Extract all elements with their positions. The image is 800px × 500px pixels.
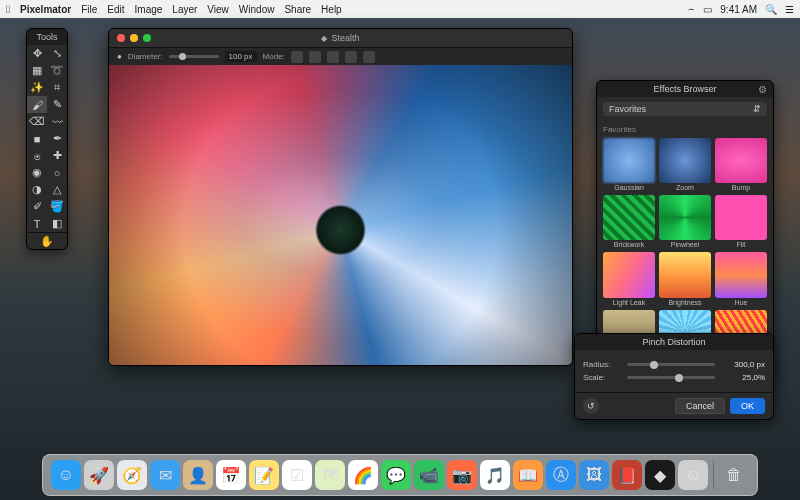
effect-zoom[interactable]: Zoom [659, 138, 711, 191]
effect-bump[interactable]: Bump [715, 138, 767, 191]
notification-center-icon[interactable]: ☰ [785, 4, 794, 15]
menu-file[interactable]: File [81, 4, 97, 15]
effect-fill[interactable]: Fill [715, 195, 767, 248]
document-title: Stealth [331, 33, 359, 43]
menu-help[interactable]: Help [321, 4, 342, 15]
tool-magic-wand[interactable]: ✨ [27, 79, 47, 96]
radius-value[interactable]: 300,0 px [721, 360, 765, 369]
tool-smudge[interactable]: 〰 [47, 113, 67, 130]
spotlight-icon[interactable]: 🔍 [765, 4, 777, 15]
menu-image[interactable]: Image [135, 4, 163, 15]
dock-reminders[interactable]: ☑ [282, 460, 312, 490]
effect-thumbnail [715, 138, 767, 183]
effect-pinwheel[interactable]: Pinwheel [659, 195, 711, 248]
dock-notes[interactable]: 📝 [249, 460, 279, 490]
wifi-icon[interactable]: ⌢ [688, 3, 695, 15]
apple-menu-icon[interactable] [6, 3, 10, 15]
reset-button[interactable]: ↺ [583, 398, 599, 414]
app-name[interactable]: Pixelmator [20, 4, 71, 15]
clock[interactable]: 9:41 AM [720, 4, 757, 15]
window-close-button[interactable] [117, 34, 125, 42]
tool-hand[interactable]: ✋ [27, 232, 67, 249]
tool-text[interactable]: T [27, 215, 47, 232]
effect-brightness[interactable]: Brightness [659, 252, 711, 305]
dock-dictionary[interactable]: 📕 [612, 460, 642, 490]
dock-safari[interactable]: 🧭 [117, 460, 147, 490]
tool-clone[interactable]: ⍟ [27, 147, 47, 164]
tool-lasso[interactable]: ➰ [47, 62, 67, 79]
tool-pen[interactable]: ✒ [47, 130, 67, 147]
dock-contacts[interactable]: 👤 [183, 460, 213, 490]
dock-launchpad[interactable]: 🚀 [84, 460, 114, 490]
tool-gradient[interactable]: ◧ [47, 215, 67, 232]
pinch-title: Pinch Distortion [575, 334, 773, 350]
menu-layer[interactable]: Layer [172, 4, 197, 15]
dock-appstore[interactable]: Ⓐ [546, 460, 576, 490]
scale-slider[interactable] [627, 376, 715, 379]
dock-ibooks[interactable]: 📖 [513, 460, 543, 490]
effects-category-dropdown[interactable]: Favorites ⇵ [603, 102, 767, 116]
dock-calendar[interactable]: 📅 [216, 460, 246, 490]
tool-marquee[interactable]: ▦ [27, 62, 47, 79]
dock: ☺🚀🧭✉👤📅📝☑🗺🌈💬📹📷🎵📖Ⓐ🖼📕◆⚙🗑 [42, 454, 758, 496]
ok-button[interactable]: OK [730, 398, 765, 414]
tool-eraser[interactable]: ⌫ [27, 113, 47, 130]
menu-share[interactable]: Share [284, 4, 311, 15]
tool-move[interactable]: ✥ [27, 45, 47, 62]
diameter-slider[interactable] [169, 55, 219, 58]
document-canvas[interactable] [109, 65, 572, 365]
effect-thumbnail [603, 195, 655, 240]
scale-value[interactable]: 25,0% [721, 373, 765, 382]
dock-maps[interactable]: 🗺 [315, 460, 345, 490]
dock-pixelmator[interactable]: ◆ [645, 460, 675, 490]
dock-messages[interactable]: 💬 [381, 460, 411, 490]
dock-trash[interactable]: 🗑 [719, 460, 749, 490]
dock-photobooth[interactable]: 📷 [447, 460, 477, 490]
window-minimize-button[interactable] [130, 34, 138, 42]
tool-crop[interactable]: ⌗ [47, 79, 67, 96]
tool-brush[interactable]: 🖌 [27, 96, 47, 113]
tool-shape[interactable]: ■ [27, 130, 47, 147]
document-titlebar: ◆ Stealth [109, 29, 572, 47]
tool-blur[interactable]: ○ [47, 164, 67, 181]
blend-mode-4[interactable] [345, 51, 357, 63]
effect-thumbnail [659, 195, 711, 240]
tool-heal[interactable]: ✚ [47, 147, 67, 164]
radius-slider[interactable] [627, 363, 715, 366]
effect-label: Bump [715, 184, 767, 191]
brush-preview-icon[interactable]: ● [117, 52, 122, 61]
effect-light-leak[interactable]: Light Leak [603, 252, 655, 305]
dock-photos[interactable]: 🌈 [348, 460, 378, 490]
blend-mode-3[interactable] [327, 51, 339, 63]
dock-facetime[interactable]: 📹 [414, 460, 444, 490]
battery-icon[interactable]: ▭ [703, 4, 712, 15]
blend-mode-5[interactable] [363, 51, 375, 63]
tool-sharpen[interactable]: △ [47, 181, 67, 198]
tool-sponge[interactable]: ◑ [27, 181, 47, 198]
document-proxy-icon[interactable]: ◆ [321, 34, 327, 43]
tool-pencil[interactable]: ✎ [47, 96, 67, 113]
tool-eyedropper[interactable]: ✐ [27, 198, 47, 215]
cancel-button[interactable]: Cancel [675, 398, 725, 414]
dock-mail[interactable]: ✉ [150, 460, 180, 490]
menu-view[interactable]: View [207, 4, 229, 15]
effect-thumbnail [715, 252, 767, 297]
effect-gaussian[interactable]: Gaussian [603, 138, 655, 191]
effects-settings-icon[interactable]: ⚙ [758, 84, 767, 95]
tool-red-eye[interactable]: ◉ [27, 164, 47, 181]
diameter-label: Diameter: [128, 52, 163, 61]
dock-itunes[interactable]: 🎵 [480, 460, 510, 490]
window-zoom-button[interactable] [143, 34, 151, 42]
blend-mode-1[interactable] [291, 51, 303, 63]
dock-preview[interactable]: 🖼 [579, 460, 609, 490]
dock-finder[interactable]: ☺ [51, 460, 81, 490]
effect-hue[interactable]: Hue [715, 252, 767, 305]
effect-brickwork[interactable]: Brickwork [603, 195, 655, 248]
diameter-value[interactable]: 100 px [225, 51, 257, 62]
dock-settings[interactable]: ⚙ [678, 460, 708, 490]
menu-edit[interactable]: Edit [107, 4, 124, 15]
tool-transform[interactable]: ⤡ [47, 45, 67, 62]
blend-mode-2[interactable] [309, 51, 321, 63]
tool-bucket[interactable]: 🪣 [47, 198, 67, 215]
menu-window[interactable]: Window [239, 4, 275, 15]
